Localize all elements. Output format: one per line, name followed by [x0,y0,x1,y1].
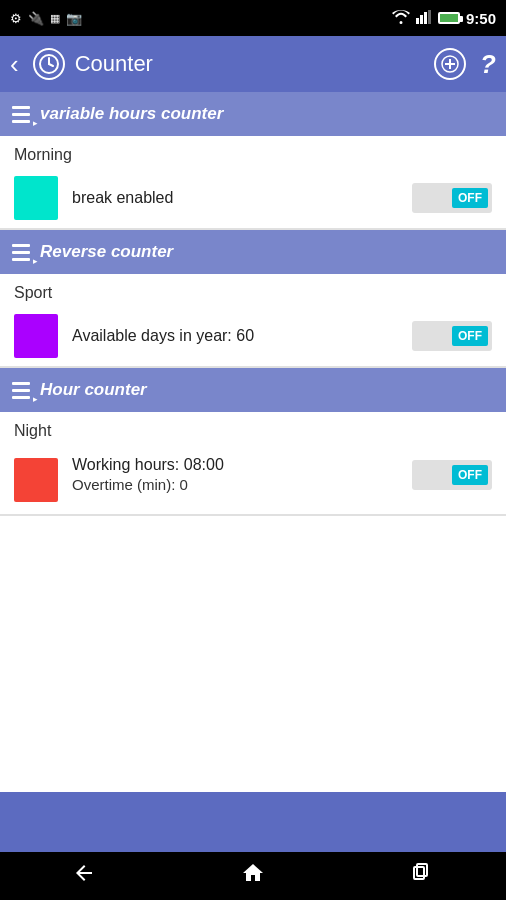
overtime-text: Overtime (min): 0 [72,476,412,493]
svg-rect-11 [417,864,427,876]
color-swatch-night [14,458,58,502]
status-icons-right: 9:50 [392,10,496,27]
clock-icon [33,48,65,80]
item-info-break-enabled: break enabled [72,189,412,207]
color-swatch-morning [14,176,58,220]
bottom-blue-bar [0,792,506,852]
section-label-sport: Sport [0,274,506,306]
toggle-break-enabled[interactable]: OFF [412,183,492,213]
item-row-night[interactable]: Working hours: 08:00 Overtime (min): 0 O… [0,444,506,515]
toggle-switch-break[interactable]: OFF [412,183,492,213]
section-menu-icon-3 [12,380,30,401]
signal-icon: ▦ [50,12,60,25]
nav-bar [0,852,506,900]
section-label-night: Night [0,412,506,444]
svg-rect-0 [416,18,419,24]
svg-line-6 [49,64,53,66]
section-header-hour[interactable]: Hour counter [0,368,506,412]
svg-rect-10 [414,867,424,879]
section-label-morning: Morning [0,136,506,168]
usb-icon: 🔌 [28,11,44,26]
item-row-break-enabled[interactable]: break enabled OFF [0,168,506,229]
svg-rect-1 [420,15,423,24]
status-time: 9:50 [466,10,496,27]
app-bar-left: ‹ Counter [10,48,153,80]
wifi-icon [392,10,410,27]
settings-icon: ⚙ [10,11,22,26]
toggle-off-label-sport: OFF [452,326,488,346]
toggle-switch-sport[interactable]: OFF [412,321,492,351]
status-bar: ⚙ 🔌 ▦ 📷 9:50 [0,0,506,36]
divider-3 [0,515,506,516]
svg-rect-3 [428,10,431,24]
toggle-night[interactable]: OFF [412,460,492,490]
mobile-signal-icon [416,10,432,27]
section-title-hour: Hour counter [40,380,147,400]
nav-home-button[interactable] [241,861,265,891]
color-swatch-sport [14,314,58,358]
app-bar: ‹ Counter ? [0,36,506,92]
nav-back-button[interactable] [72,861,96,891]
available-days-text: Available days in year: 60 [72,327,412,345]
app-title: Counter [75,51,153,77]
toggle-off-label-night: OFF [452,465,488,485]
battery-icon [438,12,460,24]
section-menu-icon-2 [12,242,30,263]
section-menu-icon [12,104,30,125]
toggle-off-label-break: OFF [452,188,488,208]
item-info-sport: Available days in year: 60 [72,327,412,345]
toggle-switch-night[interactable]: OFF [412,460,492,490]
help-button[interactable]: ? [480,49,496,80]
working-hours-text: Working hours: 08:00 [72,456,412,474]
section-header-variable-hours[interactable]: variable hours counter [0,92,506,136]
section-header-reverse[interactable]: Reverse counter [0,230,506,274]
back-button[interactable]: ‹ [10,49,19,80]
status-icons-left: ⚙ 🔌 ▦ 📷 [10,11,82,26]
add-button[interactable] [434,48,466,80]
item-row-sport[interactable]: Available days in year: 60 OFF [0,306,506,367]
item-info-night: Working hours: 08:00 Overtime (min): 0 [72,456,412,493]
app-bar-right: ? [434,48,496,80]
camera-icon: 📷 [66,11,82,26]
section-title-variable-hours: variable hours counter [40,104,223,124]
break-enabled-text: break enabled [72,189,412,207]
nav-recent-button[interactable] [410,861,434,891]
toggle-sport[interactable]: OFF [412,321,492,351]
svg-rect-2 [424,12,427,24]
section-title-reverse: Reverse counter [40,242,173,262]
main-content: variable hours counter Morning break ena… [0,92,506,792]
